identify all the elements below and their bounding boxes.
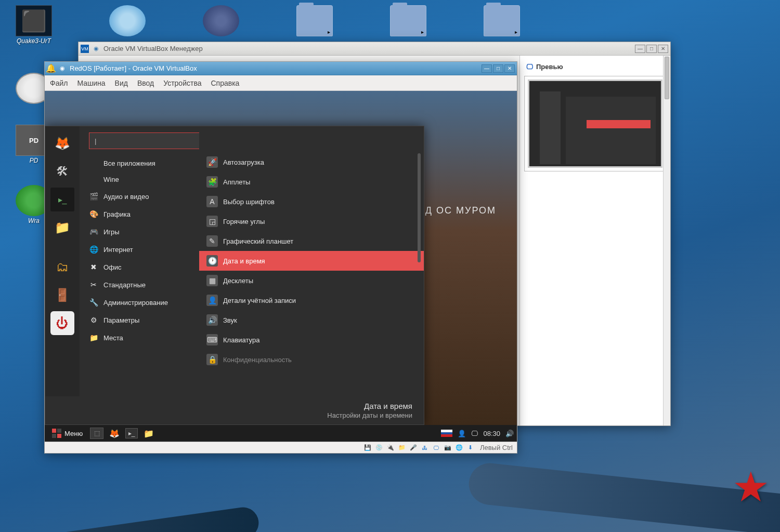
sb-usb-icon: 🔌 [386,444,395,451]
category-icon: ✖ [89,262,98,272]
category-icon: 🎬 [89,192,98,201]
desktop-icon-quake[interactable]: ⬛ Quake3-UrT [16,5,52,45]
panel-firefox-icon[interactable]: 🦊 [107,426,122,441]
category-item-8[interactable]: 🔧Администрирование [80,294,199,311]
category-item-7[interactable]: ✂Стандартные [80,276,199,294]
category-item-2[interactable]: 🎬Аудио и видео [80,188,199,205]
app-label: Детали учётной записи [223,297,296,304]
category-label: Параметры [103,316,139,324]
menu-machine[interactable]: Машина [77,79,105,87]
display-icon[interactable]: 🖵 [471,430,478,437]
fav-app-1[interactable]: 🗂 [50,255,74,279]
category-icon: 📁 [89,333,98,342]
vm-titlebar[interactable]: 🔔 ◉ RedOS [Работает] - Oracle VM Virtual… [45,62,517,75]
vbox-manager-title: Oracle VM VirtualBox Менеджер [103,45,203,52]
menu-file[interactable]: Файл [50,79,68,87]
minimize-button[interactable]: — [635,45,645,53]
sb-cd-icon: 💿 [375,444,383,451]
workspace-switcher-icon[interactable]: ⬚ [90,428,103,439]
desktop-icon-folder-3[interactable] [484,5,520,45]
desktop-icon-folder-2[interactable] [390,5,426,45]
category-item-3[interactable]: 🎨Графика [80,205,199,223]
apps-scrollbar[interactable] [418,153,421,262]
preview-thumbnail[interactable] [524,76,666,171]
desktop-icon-seamonkey[interactable] [203,5,239,45]
sb-display-icon: 🖵 [432,444,440,451]
menu-help[interactable]: Справка [211,79,239,87]
gear-icon: ◉ [58,64,67,73]
category-label: Все приложения [103,159,155,167]
category-icon: ⚙ [89,315,98,325]
app-item-2[interactable]: AВыбор шрифтов [199,192,424,211]
keyboard-layout-flag[interactable] [441,430,452,437]
app-item-10[interactable]: 🔒Конфиденциальность [199,350,424,369]
category-label: Стандартные [103,281,146,289]
fav-shutdown[interactable]: ⏻ [50,311,74,335]
app-icon: 🧩 [206,176,218,188]
app-icon: A [206,196,218,207]
guest-watermark: Д ОС МУРОМ [425,205,496,216]
host-desktop-icons: ⬛ Quake3-UrT [16,5,764,45]
category-item-5[interactable]: 🌐Интернет [80,241,199,258]
close-button[interactable]: ✕ [504,64,515,73]
category-item-1[interactable]: Wine [80,171,199,188]
fav-terminal[interactable]: ▸_ [50,188,74,211]
category-icon: ✂ [89,280,98,289]
category-label: Графика [103,210,131,218]
app-item-3[interactable]: ◲Горячие углы [199,211,424,231]
app-icon: 🕐 [206,255,218,267]
fav-files[interactable]: 📁 [50,216,74,240]
app-item-5[interactable]: 🕐Дата и время [199,251,424,271]
app-item-7[interactable]: 👤Детали учётной записи [199,290,424,310]
vm-menubar: Файл Машина Вид Ввод Устройства Справка [45,75,517,91]
fav-settings[interactable]: 🛠 [50,159,74,183]
category-item-10[interactable]: 📁Места [80,329,199,347]
preview-label: Превью [536,63,563,71]
close-button[interactable]: ✕ [658,45,668,53]
panel-files-icon[interactable]: 📁 [141,426,157,441]
fav-firefox[interactable]: 🦊 [50,131,74,155]
desktop-icon-chromium[interactable] [109,5,146,45]
category-label: Игры [103,228,120,236]
menu-input[interactable]: Ввод [137,79,154,87]
menu-logo-icon [52,429,61,438]
volume-icon[interactable]: 🔊 [505,430,514,437]
app-item-8[interactable]: 🔊Звук [199,310,424,330]
app-item-9[interactable]: ⌨Клавиатура [199,330,424,350]
search-input[interactable]: | 🔍 [89,132,199,149]
minimize-button[interactable]: — [482,64,492,73]
app-item-0[interactable]: 🚀Автозагрузка [199,152,424,172]
app-label: Дата и время [223,257,265,265]
app-item-4[interactable]: ✎Графический планшет [199,231,424,251]
guest-panel: Меню ⬚ 🦊 ▸_ 📁 👤 🖵 08:30 🔊 [45,425,517,442]
category-item-6[interactable]: ✖Офис [80,258,199,276]
category-item-0[interactable]: Все приложения [80,155,199,171]
start-menu: 🦊 🛠 ▸_ 📁 🗂 🚪 ⏻ | 🔍 [45,126,424,425]
vbox-manager-titlebar[interactable]: VM ◉ Oracle VM VirtualBox Менеджер — □ ✕ [79,42,670,56]
sb-host-key: Левый Ctrl [480,444,513,451]
maximize-button[interactable]: □ [646,45,657,53]
app-item-1[interactable]: 🧩Апплеты [199,172,424,192]
fav-logout[interactable]: 🚪 [50,283,74,307]
category-icon: 🔧 [89,298,98,307]
panel-terminal-icon[interactable]: ▸_ [125,428,138,438]
panel-clock[interactable]: 08:30 [483,430,500,437]
menu-view[interactable]: Вид [115,79,128,87]
app-icon: 👤 [206,295,218,306]
scrollbar[interactable] [663,56,670,425]
app-item-6[interactable]: ▦Десклеты [199,271,424,290]
category-label: Аудио и видео [103,193,149,201]
vm-title: RedOS [Работает] - Oracle VM VirtualBox [70,64,197,72]
red-star-decoration: ★ [732,463,770,511]
category-item-9[interactable]: ⚙Параметры [80,311,199,329]
maximize-button[interactable]: □ [493,64,503,73]
category-item-4[interactable]: 🎮Игры [80,223,199,241]
app-label: Апплеты [223,178,250,186]
menu-button[interactable]: Меню [48,426,87,441]
user-icon[interactable]: 👤 [458,430,466,437]
app-icon: 🔒 [206,354,218,365]
vm-guest-screen: Д ОС МУРОМ 🦊 🛠 ▸_ 📁 🗂 🚪 ⏻ | [45,91,517,442]
menu-devices[interactable]: Устройства [163,79,201,87]
desktop-icon-folder-1[interactable] [296,5,333,45]
footer-title: Дата и время [57,402,412,410]
